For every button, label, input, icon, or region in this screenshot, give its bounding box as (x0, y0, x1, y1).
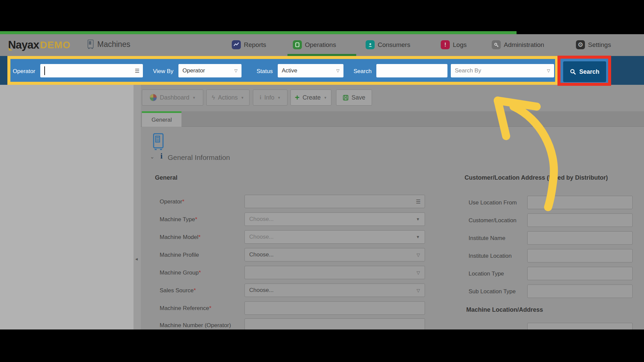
section-info-icon: i (160, 152, 163, 161)
chevron-down-icon: ▽ (336, 68, 339, 73)
create-button[interactable]: + Create ▼ (290, 89, 331, 106)
nav-tab-reports[interactable]: Reports (232, 40, 266, 49)
caret-down-icon: ▼ (416, 217, 420, 222)
location-type-input[interactable] (527, 267, 633, 280)
status-value: Active (282, 67, 297, 74)
top-letterbox (0, 0, 644, 31)
nav-tab-consumers[interactable]: Consumers (366, 40, 410, 49)
machine-model-select[interactable]: Choose... ▼ (245, 230, 425, 244)
lightning-icon: ϟ (212, 94, 215, 101)
collapse-chevron-icon[interactable]: ◄ (135, 257, 139, 261)
nav-label: Logs (453, 41, 467, 49)
caret-down-icon: ▼ (324, 96, 327, 100)
use-location-from-input[interactable] (527, 196, 633, 209)
select-value: Choose... (249, 251, 274, 258)
nav-tab-administration[interactable]: Administration (492, 40, 544, 49)
chevron-down-icon: ▽ (417, 252, 420, 257)
operations-icon (293, 40, 302, 49)
chevron-down-icon: ▽ (234, 68, 237, 73)
field-label-machine-profile: Machine Profile (160, 252, 199, 258)
nav-label: Administration (504, 41, 544, 49)
machine-reference-input[interactable] (245, 301, 425, 315)
sub-location-type-input[interactable] (527, 285, 633, 298)
actions-button[interactable]: ϟ Actions ▼ (206, 89, 250, 106)
field-label-sales-source: Sales Source* (160, 287, 196, 294)
machine-profile-select[interactable]: Choose... ▽ (245, 248, 425, 261)
chevron-down-icon: ▽ (417, 288, 420, 293)
caret-down-icon: ▼ (241, 96, 244, 100)
field-label-sub-location-type: Sub Location Type (469, 288, 516, 295)
select-value: Choose... (249, 287, 274, 294)
select-placeholder: Choose... (249, 216, 274, 223)
machine-location-heading: Machine Location/Address (466, 306, 543, 313)
button-label: Save (352, 94, 365, 101)
search-input[interactable] (376, 64, 447, 77)
dashboard-button[interactable]: Dashboard ▼ (142, 89, 203, 106)
plus-icon: + (295, 94, 300, 102)
machine-group-select[interactable]: ▽ (245, 266, 425, 279)
required-marker: * (195, 216, 198, 223)
search-icon (570, 69, 576, 75)
select-placeholder: Choose... (249, 234, 274, 240)
operator-filter-label: Operator (13, 68, 35, 75)
customer-location-input[interactable] (527, 214, 633, 227)
section-title: General Information (168, 154, 230, 162)
search-by-select[interactable]: Search By ▽ (451, 64, 554, 77)
vending-machine-icon (153, 133, 164, 150)
administration-key-icon (492, 40, 501, 49)
info-icon: i (260, 94, 261, 101)
text-cursor (44, 66, 45, 75)
caret-down-icon: ▼ (416, 235, 420, 239)
bottom-letterbox (0, 329, 644, 362)
logo-text: Nayax (8, 39, 39, 51)
app-window: Nayax DEMO Machines Reports Operations C… (0, 0, 644, 362)
required-marker: * (198, 234, 201, 240)
field-label-operator: Operator* (160, 198, 184, 205)
sidebar-splitter[interactable] (133, 85, 141, 329)
field-label-machine-reference: Machine Reference* (160, 305, 211, 312)
save-button[interactable]: Save (336, 89, 372, 106)
view-by-value: Operator (182, 67, 205, 74)
caret-down-icon: ▼ (277, 96, 281, 100)
chevron-down-icon: ▽ (417, 270, 420, 275)
field-label-customer-location: Customer/Location (469, 217, 517, 224)
field-label-use-location-from: Use Location From (469, 199, 517, 206)
nav-tab-logs[interactable]: ! Logs (441, 40, 467, 49)
tab-strip (141, 111, 644, 127)
left-sidebar (0, 85, 133, 329)
institute-location-input[interactable] (527, 249, 633, 262)
tab-general[interactable]: General (142, 111, 181, 127)
logs-icon: ! (441, 40, 450, 49)
nav-label: Consumers (378, 41, 410, 49)
nav-tab-settings[interactable]: ⚙ Settings (576, 40, 611, 49)
general-column-heading: General (155, 174, 177, 181)
field-label-institute-name: Institute Name (469, 235, 505, 242)
button-label: Dashboard (160, 94, 190, 101)
search-by-placeholder: Search By (455, 67, 481, 74)
section-chevron-icon[interactable]: ⌄ (150, 154, 154, 160)
status-label: Status (257, 68, 273, 75)
reports-icon (232, 40, 241, 49)
status-select[interactable]: Active ▽ (278, 64, 343, 77)
search-label: Search (354, 68, 372, 75)
lookup-list-icon[interactable]: ☰ (416, 198, 421, 205)
logo-demo-text: DEMO (40, 40, 70, 51)
settings-gear-icon: ⚙ (576, 40, 585, 49)
view-by-select[interactable]: Operator ▽ (178, 64, 241, 77)
sales-source-select[interactable]: Choose... ▽ (245, 284, 425, 297)
lookup-list-icon[interactable]: ☰ (135, 68, 140, 74)
search-button[interactable]: Search (563, 61, 606, 82)
nav-label: Reports (244, 41, 266, 49)
field-label-institute-location: Institute Location (469, 253, 512, 259)
button-label: Create (303, 94, 321, 101)
top-letterbox-right (517, 31, 644, 34)
operator-lookup-field[interactable]: ☰ (245, 195, 425, 208)
operator-filter-input[interactable]: ☰ (40, 64, 143, 77)
machine-type-select[interactable]: Choose... ▼ (245, 213, 425, 226)
page-title: Machines (97, 40, 130, 49)
nav-tab-operations[interactable]: Operations (293, 40, 336, 49)
info-button[interactable]: i Info ▼ (253, 89, 287, 106)
save-disk-icon (343, 95, 348, 101)
institute-name-input[interactable] (527, 231, 633, 245)
required-marker: * (209, 305, 211, 311)
